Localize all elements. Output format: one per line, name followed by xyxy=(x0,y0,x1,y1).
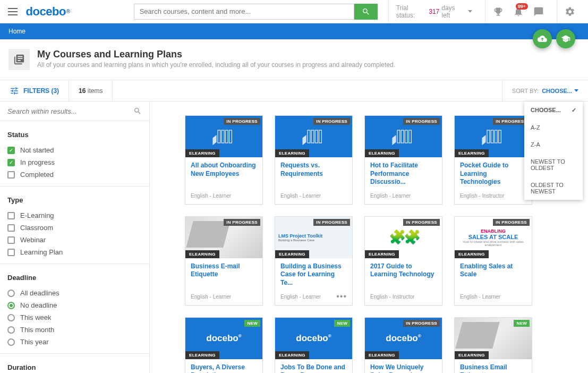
card-meta: English - Instructor xyxy=(460,193,504,199)
checkbox-icon xyxy=(7,249,15,256)
card-title: Requests vs. Requirements xyxy=(280,162,347,178)
course-card[interactable]: docebo®NEWELEARNINGJobs To Be Done and B… xyxy=(275,317,353,373)
card-meta: English - Learner xyxy=(280,294,321,300)
course-card[interactable]: NEWELEARNINGBusiness Email Ettiquette xyxy=(454,317,532,373)
course-card[interactable]: ENABLINGSALES AT SCALEHow to create and … xyxy=(454,216,532,306)
card-thumbnail: IN PROGRESSELEARNING xyxy=(185,217,262,258)
radio-icon xyxy=(7,290,15,297)
filter-item[interactable]: In progress xyxy=(7,156,142,168)
svg-rect-1 xyxy=(221,130,224,143)
sort-option[interactable]: Z-A xyxy=(524,136,583,153)
card-meta: English - Learner xyxy=(460,294,500,300)
type-badge: ELEARNING xyxy=(455,250,489,258)
chevron-down-icon xyxy=(468,10,472,13)
filter-item[interactable]: Webinar xyxy=(7,234,142,246)
status-badge: IN PROGRESS xyxy=(403,320,440,327)
course-card[interactable]: IN PROGRESSELEARNINGPocket Guide to Lear… xyxy=(454,115,532,205)
card-footer: English - Learner xyxy=(365,190,442,204)
filter-item[interactable]: E-Learning xyxy=(7,209,142,222)
svg-rect-6 xyxy=(315,130,318,143)
card-thumbnail: IN PROGRESSELEARNING xyxy=(365,116,442,157)
fab-upload[interactable] xyxy=(533,29,552,48)
svg-rect-12 xyxy=(487,130,490,143)
checkbox-icon xyxy=(7,147,15,154)
sort-option[interactable]: OLDEST TO NEWEST xyxy=(524,176,583,200)
card-meta: English - Learner xyxy=(191,294,231,300)
status-badge: IN PROGRESS xyxy=(403,219,440,226)
filter-item[interactable]: This week xyxy=(7,311,142,324)
sidebar-search xyxy=(0,101,149,121)
menu-icon[interactable] xyxy=(5,4,21,20)
status-badge: NEW xyxy=(514,320,530,327)
svg-rect-5 xyxy=(311,130,314,143)
filter-type: Type E-LearningClassroomWebinarLearning … xyxy=(0,186,149,264)
breadcrumb: Home xyxy=(0,23,588,39)
course-card[interactable]: docebo®NEWELEARNINGBuyers, A Diverse Pop… xyxy=(185,317,263,373)
card-thumbnail: ENABLINGSALES AT SCALEHow to create and … xyxy=(455,217,532,258)
filter-status: Status Not startedIn progressCompleted xyxy=(0,121,149,186)
filter-item[interactable]: Completed xyxy=(7,168,142,181)
search-icon xyxy=(133,107,142,115)
type-badge: ELEARNING xyxy=(185,250,219,258)
card-meta: English - Learner xyxy=(191,193,231,199)
radio-icon xyxy=(7,326,15,334)
course-card[interactable]: IN PROGRESSELEARNINGRequests vs. Require… xyxy=(275,115,353,205)
type-badge: ELEARNING xyxy=(185,149,219,157)
filter-item[interactable]: Not started xyxy=(7,144,142,156)
sort-option[interactable]: NEWEST TO OLDEST xyxy=(524,153,583,176)
filters-button[interactable]: FILTERS (3) xyxy=(10,86,59,96)
course-card[interactable]: IN PROGRESSELEARNINGBusiness E-mail Etiq… xyxy=(185,216,263,306)
logo[interactable]: docebo® xyxy=(26,5,70,19)
card-title: Hot to Facilitate Performance Discussio.… xyxy=(370,162,437,186)
breadcrumb-home[interactable]: Home xyxy=(8,28,25,35)
card-title: 2017 Guide to Learning Technology xyxy=(370,262,437,279)
settings-icon[interactable] xyxy=(557,0,583,23)
svg-rect-2 xyxy=(225,130,228,143)
sort-control: SORT BY: CHOOSE... CHOOSE...✓A-ZZ-ANEWES… xyxy=(502,80,588,101)
type-badge: ELEARNING xyxy=(185,351,219,359)
card-title: How We Uniquely Solve Buyers' problems xyxy=(370,363,437,373)
card-meta: English - Learner xyxy=(280,193,321,199)
filter-item[interactable]: Classroom xyxy=(7,222,142,234)
card-thumbnail: docebo®NEWELEARNING xyxy=(275,318,352,359)
course-grid: IN PROGRESSELEARNINGAll about Onboarding… xyxy=(150,101,588,373)
card-title: Business E-mail Etiquette xyxy=(191,262,257,279)
svg-rect-11 xyxy=(408,130,411,143)
course-card[interactable]: docebo®IN PROGRESSELEARNINGHow We Unique… xyxy=(364,317,442,373)
card-footer: English - Learner••• xyxy=(275,291,352,305)
trophy-icon[interactable] xyxy=(493,6,504,17)
sort-option[interactable]: A-Z xyxy=(524,119,583,136)
notifications-icon[interactable]: 99+ xyxy=(513,6,524,17)
fab-learn[interactable] xyxy=(556,29,575,48)
course-card[interactable]: IN PROGRESSELEARNINGAll about Onboarding… xyxy=(185,115,263,205)
filter-item[interactable]: Learning Plan xyxy=(7,246,142,258)
checkbox-icon xyxy=(7,224,15,232)
sort-option[interactable]: CHOOSE...✓ xyxy=(524,101,583,119)
filter-item[interactable]: All deadlines xyxy=(7,287,142,299)
card-title: Buyers, A Diverse Population xyxy=(191,363,257,373)
search-input[interactable] xyxy=(134,4,354,20)
course-card[interactable]: IN PROGRESSELEARNINGHot to Facilitate Pe… xyxy=(364,115,442,205)
card-thumbnail: docebo®IN PROGRESSELEARNING xyxy=(365,318,442,359)
type-badge: ELEARNING xyxy=(275,351,309,359)
sidebar: Status Not startedIn progressCompleted T… xyxy=(0,101,150,373)
chevron-down-icon xyxy=(574,89,578,92)
top-icons: 99+ xyxy=(485,0,551,23)
status-badge: NEW xyxy=(244,320,260,327)
course-card[interactable]: LMS Project ToolkitBuilding a Business C… xyxy=(275,216,353,306)
sort-dropdown[interactable]: CHOOSE... xyxy=(542,88,578,94)
filter-deadline: Deadline All deadlinesNo deadlineThis we… xyxy=(0,264,149,354)
page-icon xyxy=(8,49,30,70)
course-card[interactable]: 🧩🧩IN PROGRESSELEARNING2017 Guide to Lear… xyxy=(364,216,442,306)
sidebar-search-input[interactable] xyxy=(7,107,133,115)
trial-status[interactable]: Trial status: 317 days left xyxy=(388,0,480,23)
chat-icon[interactable] xyxy=(533,6,544,17)
card-thumbnail: docebo®NEWELEARNING xyxy=(185,318,262,359)
filter-item[interactable]: No deadline xyxy=(7,299,142,311)
filter-duration: Duration All durationsShort (< 5 minutes… xyxy=(0,354,149,373)
filter-item[interactable]: This year xyxy=(7,336,142,348)
svg-rect-8 xyxy=(397,130,400,143)
topbar: docebo® Trial status: 317 days left 99+ xyxy=(0,0,588,23)
search-button[interactable] xyxy=(354,4,378,20)
filter-item[interactable]: This month xyxy=(7,324,142,336)
